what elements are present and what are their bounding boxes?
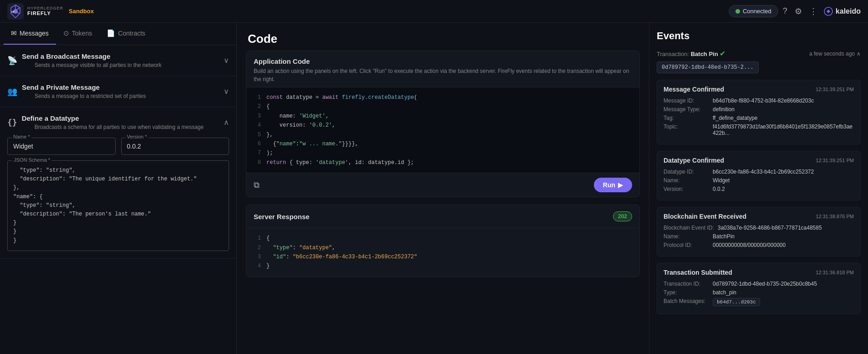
more-button[interactable]: ⋮ — [807, 4, 820, 19]
broadcast-title: Send a Broadcast Message — [22, 52, 162, 60]
tab-tokens-label: Tokens — [72, 30, 92, 37]
event-row: Message Type: definition — [664, 106, 854, 113]
datatype-icon: {} — [7, 118, 17, 127]
messages-tab-icon: ✉ — [11, 29, 17, 37]
svg-text:HF: HF — [11, 10, 15, 13]
event-row: Topic: f41d6fd3779873d1fae30f1d6b8401e5f… — [664, 123, 854, 136]
time-ago: a few seconds ago ∧ — [809, 51, 861, 57]
code-line-7: 7 ); — [254, 149, 632, 158]
kaleido-logo: kaleido — [824, 7, 861, 16]
main-layout: ✉ Messages ⊙ Tokens 📄 Contracts 📡 — [0, 23, 868, 354]
connected-dot-icon — [735, 9, 740, 14]
code-line-8: 8 return { type: 'datatype', id: datatyp… — [254, 158, 632, 167]
event-section-datatype-confirmed: Datatype Confirmed 12:31:39.251 PM Datat… — [657, 151, 861, 200]
event-section-blockchain: Blockchain Event Received 12:31:38.876 P… — [657, 207, 861, 257]
app-code-title: Application Code — [254, 57, 632, 65]
copy-button[interactable]: ⧉ — [254, 180, 260, 190]
left-panel: ✉ Messages ⊙ Tokens 📄 Contracts 📡 — [0, 23, 237, 354]
event-row: Type: batch_pin — [664, 289, 854, 296]
run-button[interactable]: Run ▶ — [594, 178, 632, 192]
event-row: Message ID: b64d7b8e-f880-4752-b3f4-82e8… — [664, 97, 854, 104]
event-row: Datatype ID: b6cc230e-fa86-4c33-b4c1-2b6… — [664, 169, 854, 175]
event-row: Name: Widget — [664, 177, 854, 184]
logo-area: HF HYPERLEDGER FIREFLY Sandbox — [7, 3, 94, 20]
server-response-card: Server Response 202 1 { 2 "type": "datat… — [246, 205, 640, 277]
kaleido-icon — [824, 7, 833, 16]
name-version-row: Name * Version * — [7, 138, 229, 155]
accordion-private: 👥 Send a Private Message Sends a message… — [0, 76, 236, 107]
code-line-4: 4 version: '0.0.2', — [254, 121, 632, 130]
tab-messages-label: Messages — [20, 30, 49, 37]
tab-contracts-label: Contracts — [118, 30, 145, 37]
event-row: Batch Messages: b64d7...d203c — [664, 298, 854, 306]
batch-messages-chip: b64d7...d203c — [713, 298, 760, 306]
event-row: Protocol ID: 00000000008/000000/000000 — [664, 242, 854, 248]
blockchain-event-time: 12:31:38.876 PM — [816, 214, 854, 219]
center-title: Code — [248, 32, 638, 46]
name-label: Name * — [12, 134, 31, 139]
broadcast-chevron-icon: ∨ — [224, 56, 229, 65]
event-row: Transaction ID: 0d789792-1dbd-48ed-b735-… — [664, 281, 854, 287]
code-card-footer: ⧉ Run ▶ — [246, 173, 639, 197]
server-response-header: Server Response 202 — [246, 205, 639, 228]
transaction-type: Batch Pin — [691, 51, 718, 57]
topnav: HF HYPERLEDGER FIREFLY Sandbox Connected… — [0, 0, 868, 23]
code-line-3: 3 name: 'Widget', — [254, 112, 632, 121]
tx-submitted-title: Transaction Submitted — [664, 269, 732, 276]
code-line-5: 5 }, — [254, 130, 632, 139]
accordion-broadcast-header[interactable]: 📡 Send a Broadcast Message Sends a messa… — [7, 52, 229, 68]
connected-label: Connected — [743, 8, 771, 15]
connected-button[interactable]: Connected — [729, 5, 778, 17]
json-schema-label: JSON Schema * — [12, 157, 51, 163]
tab-contracts[interactable]: 📄 Contracts — [99, 23, 153, 45]
broadcast-icon: 📡 — [7, 56, 17, 66]
app-code-card: Application Code Build an action using t… — [246, 51, 640, 197]
status-badge: 202 — [613, 211, 632, 221]
center-content: Application Code Build an action using t… — [237, 51, 649, 354]
right-panel: Events Transaction: Batch Pin ✔ a few se… — [649, 23, 868, 354]
event-section-msg-confirmed: Message Confirmed 12:31:39.251 PM Messag… — [657, 80, 861, 144]
code-block: 1 const datatype = await firefly.createD… — [246, 87, 639, 173]
contracts-tab-icon: 📄 — [107, 29, 115, 37]
name-input[interactable] — [7, 138, 116, 155]
transaction-bar: Transaction: Batch Pin ✔ a few seconds a… — [657, 49, 861, 58]
help-button[interactable]: ? — [780, 4, 790, 19]
resp-line-4: 4 } — [254, 262, 632, 271]
json-schema-area: JSON Schema * "type": "string", "descrip… — [7, 160, 229, 251]
run-label: Run — [603, 181, 615, 189]
datatype-title: Define a Datatype — [22, 114, 204, 122]
product-name-line2: FIREFLY — [27, 10, 63, 16]
accordion-datatype-header[interactable]: {} Define a Datatype Broadcasts a schema… — [7, 114, 229, 130]
tab-messages[interactable]: ✉ Messages — [4, 23, 56, 45]
tab-tokens[interactable]: ⊙ Tokens — [56, 23, 99, 45]
msg-confirmed-time: 12:31:39.251 PM — [816, 87, 854, 92]
code-line-2: 2 { — [254, 102, 632, 111]
private-title: Send a Private Message — [22, 83, 146, 91]
private-subtitle: Sends a message to a restricted set of p… — [35, 93, 146, 99]
blockchain-event-title: Blockchain Event Received — [664, 213, 746, 220]
code-line-6: 6 {"name":"w ... name."}}}}, — [254, 139, 632, 149]
resp-line-2: 2 "type": "datatype", — [254, 243, 632, 252]
server-response-title: Server Response — [254, 213, 310, 221]
tx-submitted-time: 12:31:36.818 PM — [816, 270, 854, 275]
response-code-block: 1 { 2 "type": "datatype", 3 "id": "b6cc2… — [246, 228, 639, 277]
version-field: Version * — [121, 138, 230, 155]
datatype-confirmed-title: Datatype Confirmed — [664, 157, 724, 164]
version-input[interactable] — [121, 138, 230, 155]
datatype-chevron-icon: ∧ — [224, 118, 229, 127]
accordion-private-header[interactable]: 👥 Send a Private Message Sends a message… — [7, 83, 229, 99]
events-title: Events — [657, 30, 861, 42]
event-row: Name: BatchPin — [664, 233, 854, 240]
run-arrow-icon: ▶ — [618, 181, 623, 189]
event-row: Tag: ff_define_datatype — [664, 115, 854, 121]
json-schema-code[interactable]: "type": "string", "description": "The un… — [13, 166, 223, 245]
svg-line-5 — [17, 13, 20, 13]
code-line-1: 1 const datatype = await firefly.createD… — [254, 93, 632, 102]
check-icon: ✔ — [720, 50, 725, 57]
resp-line-1: 1 { — [254, 234, 632, 243]
msg-confirmed-title: Message Confirmed — [664, 86, 724, 93]
chevron-up-icon: ∧ — [857, 51, 861, 57]
tokens-tab-icon: ⊙ — [63, 29, 69, 37]
settings-button[interactable]: ⚙ — [792, 4, 805, 19]
center-panel: Code Application Code Build an action us… — [237, 23, 649, 354]
